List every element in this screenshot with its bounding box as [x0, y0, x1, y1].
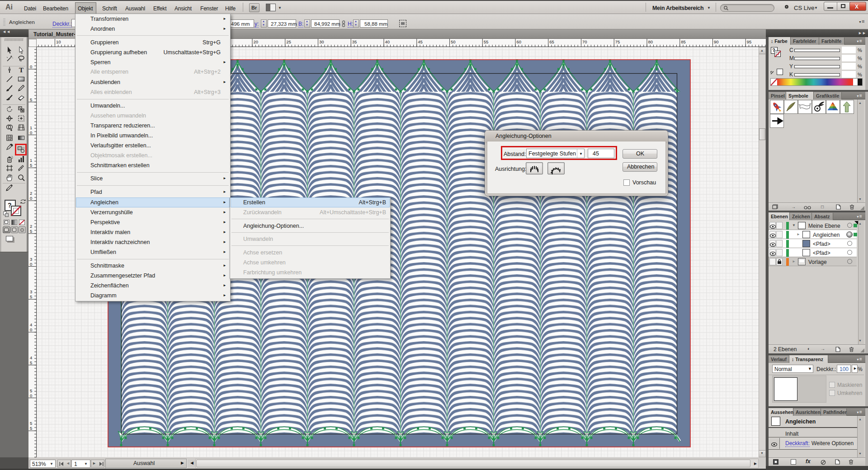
svg-text:70: 70 [582, 39, 587, 44]
svg-text:0: 0 [30, 64, 32, 69]
svg-text:35: 35 [352, 39, 357, 44]
svg-text:0: 0 [30, 393, 32, 398]
svg-text:1: 1 [30, 158, 32, 163]
svg-text:10: 10 [56, 39, 61, 44]
svg-text:95: 95 [747, 39, 752, 44]
svg-text:60: 60 [517, 39, 522, 44]
svg-text:2: 2 [30, 224, 32, 229]
svg-text:5: 5 [30, 388, 32, 393]
svg-text:5: 5 [30, 294, 32, 299]
svg-text:4: 4 [30, 322, 32, 327]
svg-text:5: 5 [30, 97, 32, 102]
svg-text:5: 5 [30, 229, 32, 234]
svg-text:3: 3 [30, 289, 32, 294]
svg-text:T: T [19, 66, 24, 74]
svg-text:4: 4 [30, 355, 32, 360]
svg-text:2: 2 [30, 191, 32, 196]
svg-text:40: 40 [385, 39, 390, 44]
svg-text:90: 90 [714, 39, 719, 44]
svg-text:75: 75 [615, 39, 620, 44]
svg-text:0: 0 [30, 262, 32, 267]
svg-text:0: 0 [30, 327, 32, 332]
svg-text:0: 0 [30, 196, 32, 201]
svg-text:30: 30 [319, 39, 324, 44]
svg-text:1: 1 [30, 125, 32, 130]
svg-text:3: 3 [30, 257, 32, 262]
svg-text:25: 25 [286, 39, 291, 44]
svg-text:20: 20 [254, 39, 259, 44]
svg-text:55: 55 [484, 39, 489, 44]
svg-text:5: 5 [30, 163, 32, 168]
svg-text:85: 85 [681, 39, 686, 44]
svg-text:80: 80 [648, 39, 653, 44]
svg-text:65: 65 [549, 39, 554, 44]
svg-text:5: 5 [30, 421, 32, 426]
svg-text:45: 45 [418, 39, 423, 44]
svg-text:50: 50 [451, 39, 456, 44]
svg-text:5: 5 [30, 426, 32, 431]
svg-text:5: 5 [30, 360, 32, 365]
svg-text:0: 0 [30, 130, 32, 135]
